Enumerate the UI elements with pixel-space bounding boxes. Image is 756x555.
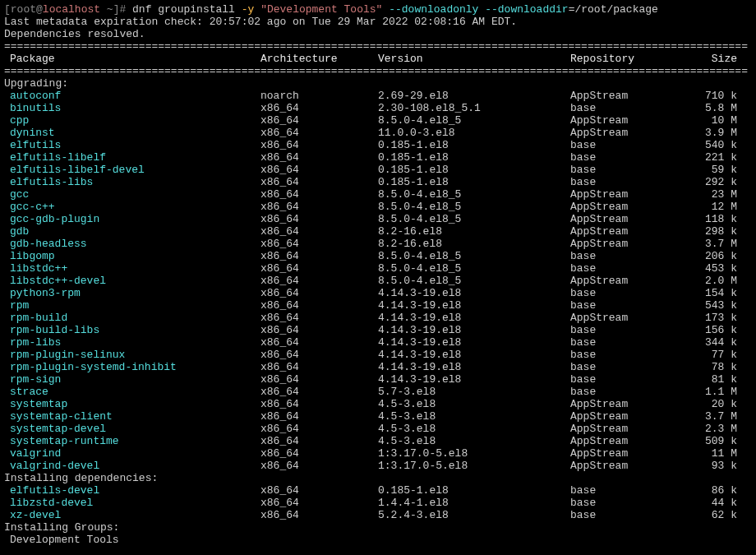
col-size: 59 k (669, 164, 752, 176)
section-installing-groups: Installing Groups: (4, 521, 752, 534)
opt-rest: =/root/package (569, 3, 658, 16)
table-header: Package Architecture Version Repository … (4, 53, 752, 65)
col-repository: base (570, 250, 669, 262)
col-version: 4.14.3-19.el8 (378, 336, 570, 349)
table-row: rpmx86_644.14.3-19.el8base543 k (4, 299, 752, 312)
col-architecture: x86_64 (260, 361, 378, 373)
col-size: 154 k (669, 287, 752, 299)
col-size: 12 M (669, 201, 752, 213)
col-architecture: x86_64 (260, 287, 378, 299)
col-size: 540 k (669, 139, 752, 151)
col-architecture: x86_64 (260, 423, 378, 435)
col-size: 11 M (669, 447, 752, 460)
col-architecture: x86_64 (260, 164, 378, 176)
col-version: 0.185-1.el8 (378, 176, 570, 188)
col-architecture: x86_64 (260, 460, 378, 472)
col-repository: AppStream (570, 410, 669, 423)
col-size: 23 M (669, 188, 752, 201)
col-repository: base (570, 151, 669, 164)
col-repository: AppStream (570, 435, 669, 447)
col-architecture: x86_64 (260, 509, 378, 521)
col-version: 8.2-16.el8 (378, 238, 570, 250)
col-package: systemtap-runtime (4, 435, 260, 447)
col-repository: base (570, 386, 669, 398)
col-repository: base (570, 262, 669, 275)
section-upgrading: Upgrading: (4, 77, 752, 90)
col-size: 44 k (669, 497, 752, 509)
col-repository: AppStream (570, 312, 669, 324)
col-package: libstdc++ (4, 262, 260, 275)
col-package: valgrind-devel (4, 460, 260, 472)
col-architecture: x86_64 (260, 213, 378, 225)
col-repository: AppStream (570, 398, 669, 410)
terminal-prompt-line: [root@localhost ~]# dnf groupinstall -y … (4, 3, 752, 16)
col-package: gdb (4, 225, 260, 238)
col-package: systemtap-client (4, 410, 260, 423)
table-row: rpm-plugin-selinuxx86_644.14.3-19.el8bas… (4, 349, 752, 361)
col-package: dyninst (4, 127, 260, 139)
separator-bottom: ========================================… (4, 65, 752, 77)
col-package: systemtap (4, 398, 260, 410)
table-row: rpm-signx86_644.14.3-19.el8base81 k (4, 373, 752, 386)
col-package: valgrind (4, 447, 260, 460)
col-architecture: x86_64 (260, 349, 378, 361)
col-repository: AppStream (570, 90, 669, 102)
col-size: 509 k (669, 435, 752, 447)
col-version: 4.14.3-19.el8 (378, 299, 570, 312)
col-repository: AppStream (570, 201, 669, 213)
col-version: 8.5.0-4.el8_5 (378, 188, 570, 201)
table-row: gdbx86_648.2-16.el8AppStream298 k (4, 225, 752, 238)
col-architecture: x86_64 (260, 188, 378, 201)
prompt-open: [ (4, 3, 11, 16)
col-version: 8.2-16.el8 (378, 225, 570, 238)
table-row: stracex86_645.7-3.el8base1.1 M (4, 386, 752, 398)
col-version: 1:3.17.0-5.el8 (378, 460, 570, 472)
col-size: 93 k (669, 460, 752, 472)
table-row: systemtap-develx86_644.5-3.el8AppStream2… (4, 423, 752, 435)
col-repository: base (570, 336, 669, 349)
col-repository: AppStream (570, 114, 669, 127)
col-repository: base (570, 484, 669, 497)
col-package: libzstd-devel (4, 497, 260, 509)
table-row: gccx86_648.5.0-4.el8_5AppStream23 M (4, 188, 752, 201)
col-size: 1.1 M (669, 386, 752, 398)
col-architecture: x86_64 (260, 386, 378, 398)
header-architecture: Architecture (260, 53, 378, 65)
cmd-arg-quoted: "Development Tools" (260, 3, 382, 16)
col-repository: base (570, 299, 669, 312)
section-installing-deps: Installing dependencies: (4, 472, 752, 484)
col-architecture: x86_64 (260, 250, 378, 262)
col-repository: AppStream (570, 127, 669, 139)
col-repository: AppStream (570, 275, 669, 287)
col-architecture: x86_64 (260, 312, 378, 324)
col-package: elfutils (4, 139, 260, 151)
opt-downloaddir: --downloaddir (485, 3, 568, 16)
col-version: 1:3.17.0-5.el8 (378, 447, 570, 460)
table-row: binutilsx86_642.30-108.el8_5.1base5.8 M (4, 102, 752, 114)
col-version: 4.14.3-19.el8 (378, 349, 570, 361)
col-package: python3-rpm (4, 287, 260, 299)
col-package: autoconf (4, 90, 260, 102)
col-size: 344 k (669, 336, 752, 349)
col-repository: AppStream (570, 238, 669, 250)
header-package: Package (4, 53, 260, 65)
col-size: 543 k (669, 299, 752, 312)
col-repository: base (570, 164, 669, 176)
col-architecture: x86_64 (260, 225, 378, 238)
col-size: 2.3 M (669, 423, 752, 435)
table-row: rpm-plugin-systemd-inhibitx86_644.14.3-1… (4, 361, 752, 373)
table-row: gdb-headlessx86_648.2-16.el8AppStream3.7… (4, 238, 752, 250)
prompt-path: ~]# (100, 3, 126, 16)
col-repository: base (570, 349, 669, 361)
cmd-base: dnf groupinstall (126, 3, 241, 16)
col-package: rpm (4, 299, 260, 312)
col-repository: AppStream (570, 447, 669, 460)
col-package: rpm-plugin-selinux (4, 349, 260, 361)
col-repository: base (570, 497, 669, 509)
col-package: libstdc++-devel (4, 275, 260, 287)
table-row: libzstd-develx86_641.4.4-1.el8base44 k (4, 497, 752, 509)
col-architecture: x86_64 (260, 497, 378, 509)
col-size: 10 M (669, 114, 752, 127)
col-package: rpm-libs (4, 336, 260, 349)
table-row: libstdc++x86_648.5.0-4.el8_5base453 k (4, 262, 752, 275)
